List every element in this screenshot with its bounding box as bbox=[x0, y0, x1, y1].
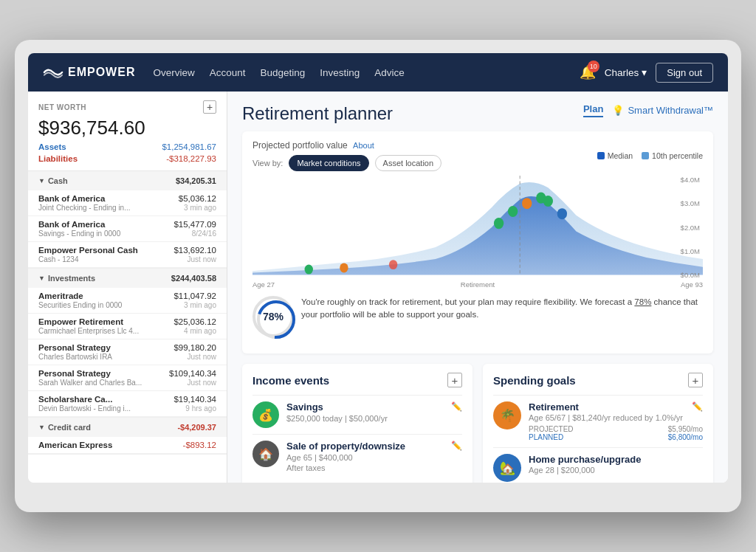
list-item[interactable]: Empower Personal Cash Cash - 1234 $13,69… bbox=[28, 242, 227, 268]
bell-icon[interactable]: 🔔 10 bbox=[580, 64, 596, 80]
account-time: 4 min ago bbox=[173, 327, 216, 335]
plan-tab[interactable]: Plan bbox=[583, 103, 603, 117]
home-goal-sub: Age 28 | $200,000 bbox=[529, 466, 703, 475]
account-value: $99,180.20 bbox=[173, 343, 216, 352]
chart-top: Projected portfolio value About View by:… bbox=[252, 140, 703, 171]
income-events-panel: Income events + 💰 Savings $250,000 today… bbox=[242, 364, 472, 483]
smart-withdrawal-link[interactable]: 💡 Smart Withdrawal™ bbox=[612, 105, 713, 116]
account-sub: Joint Checking - Ending in... bbox=[38, 204, 179, 212]
svg-point-8 bbox=[543, 196, 553, 207]
chart-controls: Projected portfolio value About View by:… bbox=[252, 140, 441, 171]
spending-goal-home[interactable]: 🏡 Home purchase/upgrade Age 28 | $200,00… bbox=[493, 447, 703, 483]
account-sub: Devin Bartowski - Ending i... bbox=[38, 404, 173, 413]
page-title: Retirement planner bbox=[242, 103, 393, 124]
add-account-button[interactable]: + bbox=[203, 100, 216, 114]
retirement-goal-sub: Age 65/67 | $81,240/yr reduced by 1.0%/y… bbox=[529, 413, 703, 422]
account-name: Empower Personal Cash bbox=[38, 246, 173, 255]
x-label-left: Age 27 bbox=[252, 280, 275, 289]
logo-icon bbox=[43, 66, 63, 79]
chart-svg bbox=[252, 176, 703, 279]
tenth-dot bbox=[642, 152, 649, 159]
about-link[interactable]: About bbox=[353, 141, 374, 150]
account-name: Ameritrade bbox=[38, 291, 173, 300]
chart-legend: Median 10th percentile bbox=[597, 151, 703, 160]
account-time: Just now bbox=[173, 353, 216, 361]
laptop-wrapper: EMPOWER Overview Account Budgeting Inves… bbox=[15, 40, 741, 512]
property-sub: Age 65 | $400,000 bbox=[286, 453, 462, 462]
user-menu[interactable]: Charles ▾ bbox=[605, 66, 647, 78]
account-name: Empower Retirement bbox=[38, 317, 173, 326]
spending-goals-title: Spending goals bbox=[493, 374, 576, 387]
income-event-property[interactable]: 🏠 Sale of property/downsize Age 65 | $40… bbox=[252, 434, 462, 478]
investments-label: Investments bbox=[48, 274, 95, 283]
page-header: Retirement planner Plan 💡 Smart Withdraw… bbox=[242, 103, 713, 124]
forecast-text: You're roughly on track for retirement, … bbox=[301, 296, 703, 322]
list-item[interactable]: Ameritrade Securities Ending in 0000 $11… bbox=[28, 288, 227, 314]
nav-advice[interactable]: Advice bbox=[374, 64, 405, 81]
asset-location-button[interactable]: Asset location bbox=[375, 155, 441, 171]
brand-name: EMPOWER bbox=[68, 66, 135, 79]
svg-point-4 bbox=[494, 218, 504, 229]
account-time: Just now bbox=[169, 379, 216, 387]
account-name: American Express bbox=[38, 441, 183, 449]
list-item[interactable]: Bank of America Joint Checking - Ending … bbox=[28, 190, 227, 216]
spending-goals-panel: Spending goals + 🌴 Retirement Age 65/67 … bbox=[483, 364, 713, 483]
home-goal-name: Home purchase/upgrade bbox=[529, 454, 703, 465]
chart-x-labels: Age 27 Retirement Age 93 bbox=[252, 280, 703, 289]
credit-group-header[interactable]: ▼ Credit card -$4,209.37 bbox=[28, 418, 227, 437]
list-item[interactable]: American Express -$893.12 bbox=[28, 437, 227, 454]
list-item[interactable]: Personal Strategy Charles Bartowski IRA … bbox=[28, 339, 227, 365]
savings-edit-icon[interactable]: ✏️ bbox=[451, 401, 462, 412]
spending-goals-header: Spending goals + bbox=[493, 373, 703, 387]
assets-value: $1,254,981.67 bbox=[162, 142, 216, 151]
notification-badge: 10 bbox=[588, 61, 599, 72]
account-value: $19,140.34 bbox=[173, 395, 216, 404]
retirement-goal-edit-icon[interactable]: ✏️ bbox=[692, 401, 703, 412]
list-item[interactable]: Scholarshare Ca... Devin Bartowski - End… bbox=[28, 391, 227, 417]
svg-point-2 bbox=[340, 263, 348, 272]
retirement-goal-icon: 🌴 bbox=[493, 401, 521, 429]
net-worth-section: NET WORTH + $936,754.60 Assets $1,254,98… bbox=[28, 92, 227, 171]
investments-group-header[interactable]: ▼ Investments $244,403.58 bbox=[28, 269, 227, 288]
add-spending-goal-button[interactable]: + bbox=[688, 373, 703, 387]
spending-goal-retirement[interactable]: 🌴 Retirement Age 65/67 | $81,240/yr redu… bbox=[493, 395, 703, 447]
account-sub: Carmichael Enterprises Llc 4... bbox=[38, 327, 173, 335]
market-conditions-button[interactable]: Market conditions bbox=[289, 155, 368, 171]
nav-overview[interactable]: Overview bbox=[153, 64, 194, 81]
brand-logo: EMPOWER bbox=[43, 66, 135, 79]
account-sub: Sarah Walker and Charles Ba... bbox=[38, 379, 169, 387]
cash-total: $34,205.31 bbox=[176, 176, 216, 185]
content-inner: Retirement planner Plan 💡 Smart Withdraw… bbox=[227, 92, 728, 483]
income-event-savings[interactable]: 💰 Savings $250,000 today | $50,000/yr ✏️ bbox=[252, 395, 462, 434]
cash-group-header[interactable]: ▼ Cash $34,205.31 bbox=[28, 171, 227, 190]
add-income-event-button[interactable]: + bbox=[447, 373, 462, 387]
account-sub: Cash - 1234 bbox=[38, 255, 173, 263]
list-item[interactable]: Empower Retirement Carmichael Enterprise… bbox=[28, 314, 227, 339]
signout-button[interactable]: Sign out bbox=[656, 63, 713, 83]
nav-investing[interactable]: Investing bbox=[320, 64, 360, 81]
bottom-panels: Income events + 💰 Savings $250,000 today… bbox=[242, 364, 713, 483]
property-sub2: After taxes bbox=[286, 463, 462, 472]
main-layout: NET WORTH + $936,754.60 Assets $1,254,98… bbox=[28, 92, 728, 483]
legend-median: Median bbox=[597, 151, 633, 160]
net-worth-label: NET WORTH + bbox=[38, 100, 216, 114]
account-time: 8/24/16 bbox=[173, 230, 216, 238]
list-item[interactable]: Personal Strategy Sarah Walker and Charl… bbox=[28, 365, 227, 391]
forecast-percent: 78% bbox=[263, 311, 284, 322]
forecast-row: 78% You're roughly on track for retireme… bbox=[252, 296, 703, 337]
chart-container: $4.0M $3.0M $2.0M $1.0M $0.0M bbox=[252, 176, 703, 279]
net-worth-value: $936,754.60 bbox=[38, 117, 216, 139]
account-time: Just now bbox=[173, 255, 216, 263]
list-item[interactable]: Bank of America Savings - Ending in 0000… bbox=[28, 216, 227, 242]
savings-icon: 💰 bbox=[252, 401, 279, 428]
header-right: Plan 💡 Smart Withdrawal™ bbox=[583, 103, 713, 117]
property-edit-icon[interactable]: ✏️ bbox=[451, 441, 462, 451]
forecast-link[interactable]: 78% bbox=[634, 297, 651, 306]
credit-label: Credit card bbox=[48, 423, 91, 432]
property-name: Sale of property/downsize bbox=[286, 441, 462, 452]
nav-budgeting[interactable]: Budgeting bbox=[261, 64, 306, 81]
view-by: View by: Market conditions Asset locatio… bbox=[252, 155, 441, 171]
median-dot bbox=[597, 152, 605, 159]
account-value: $25,036.12 bbox=[173, 317, 216, 326]
nav-account[interactable]: Account bbox=[210, 64, 246, 81]
